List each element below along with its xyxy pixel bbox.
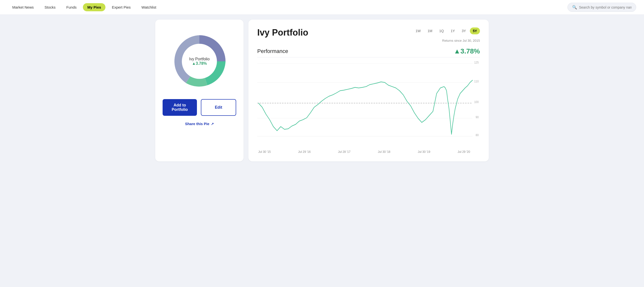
y-label-100: 100 (474, 100, 479, 104)
time-1y[interactable]: 1Y (448, 28, 458, 34)
y-label-110: 110 (474, 80, 479, 83)
left-panel: Ivy Portfolio ▲3.78% Add to Portfolio Ed… (155, 20, 244, 162)
nav-items: Market News Stocks Funds My Pies Expert … (8, 3, 568, 11)
chart-header: Ivy Portfolio 1W 1M 1Q 1Y 3Y 5Y (257, 28, 480, 38)
search-icon: 🔍 (572, 5, 577, 10)
search-input[interactable] (579, 6, 632, 9)
donut-performance: ▲3.78% (189, 61, 210, 66)
time-1m[interactable]: 1M (424, 28, 435, 34)
nav-watchlist[interactable]: Watchlist (137, 3, 161, 11)
returns-since-label: Returns since Jul 30, 2015 (257, 39, 480, 42)
donut-center-label: Ivy Portfolio ▲3.78% (189, 57, 210, 66)
time-1w[interactable]: 1W (412, 28, 424, 34)
nav-funds[interactable]: Funds (62, 3, 81, 11)
chart-svg: 125 110 100 90 80 (257, 60, 480, 149)
navbar: Market News Stocks Funds My Pies Expert … (0, 0, 644, 15)
x-label-3: Jul 30 '18 (378, 150, 390, 154)
x-axis-labels: Jul 30 '15 Jul 29 '16 Jul 28 '17 Jul 30 … (257, 149, 480, 154)
x-label-0: Jul 30 '15 (258, 150, 271, 154)
donut-portfolio-name: Ivy Portfolio (189, 57, 210, 61)
x-label-4: Jul 30 '19 (418, 150, 430, 154)
time-filters: 1W 1M 1Q 1Y 3Y 5Y (412, 28, 480, 34)
right-panel: Ivy Portfolio 1W 1M 1Q 1Y 3Y 5Y Returns … (248, 20, 489, 162)
performance-value: ▲3.78% (454, 47, 480, 55)
time-1q[interactable]: 1Q (436, 28, 447, 34)
share-pie-label: Share this Pie (185, 122, 209, 126)
time-5y[interactable]: 5Y (470, 28, 480, 34)
edit-button[interactable]: Edit (201, 99, 236, 116)
nav-my-pies[interactable]: My Pies (83, 3, 106, 11)
performance-row: Performance ▲3.78% (257, 47, 480, 55)
main-content: Ivy Portfolio ▲3.78% Add to Portfolio Ed… (150, 15, 494, 166)
action-buttons: Add to Portfolio Edit (162, 99, 236, 116)
y-label-80: 80 (476, 134, 479, 137)
add-to-portfolio-button[interactable]: Add to Portfolio (162, 99, 197, 116)
y-label-90: 90 (476, 116, 479, 119)
share-icon: ↗ (211, 122, 214, 126)
search-bar[interactable]: 🔍 (568, 3, 636, 12)
y-label-125: 125 (474, 61, 479, 64)
performance-label: Performance (257, 48, 288, 54)
donut-chart: Ivy Portfolio ▲3.78% (168, 30, 231, 93)
nav-stocks[interactable]: Stocks (40, 3, 60, 11)
x-label-1: Jul 29 '16 (298, 150, 311, 154)
x-label-5: Jul 29 '20 (458, 150, 470, 154)
chart-divider (257, 57, 480, 58)
x-label-2: Jul 28 '17 (338, 150, 350, 154)
chart-title: Ivy Portfolio (257, 28, 308, 38)
time-3y[interactable]: 3Y (459, 28, 469, 34)
share-pie-link[interactable]: Share this Pie ↗ (185, 122, 214, 126)
nav-expert-pies[interactable]: Expert Pies (108, 3, 135, 11)
nav-market-news[interactable]: Market News (8, 3, 38, 11)
performance-chart: 125 110 100 90 80 (257, 60, 480, 149)
chart-line (258, 80, 472, 134)
